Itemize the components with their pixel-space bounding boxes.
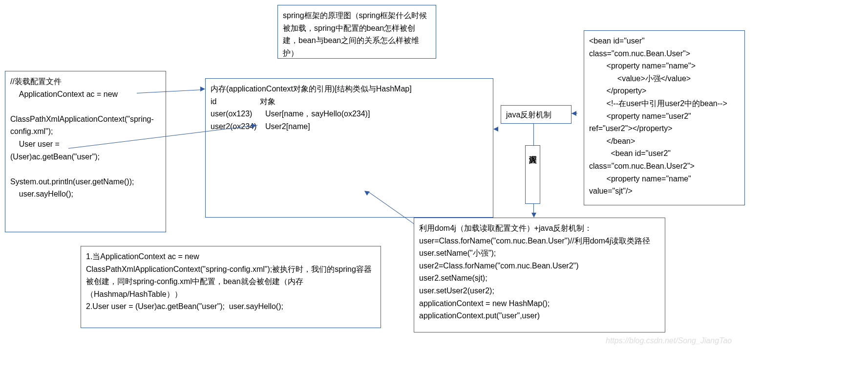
title-box: spring框架的原理图（spring框架什么时候被加载，spring中配置的b… <box>277 5 436 59</box>
arrow-xml-to-reflect-head <box>572 111 576 116</box>
left-code-box: //装载配置文件 ApplicationContext ac = new Cla… <box>5 71 166 232</box>
vertical-label-box: 深入理解 <box>525 145 540 204</box>
arrow-reflect-to-memory-head <box>493 127 498 132</box>
dom4j-box: 利用dom4j（加载读取配置文件）+java反射机制： user=Class.f… <box>414 218 665 332</box>
arrow-code-to-memory-1-head <box>200 87 205 91</box>
arrow-code-to-memory-2-head <box>252 123 256 128</box>
arrow-vertical-to-dom4j-head <box>531 213 536 218</box>
watermark-text: https://blog.csdn.net/Song_JiangTao <box>606 336 732 345</box>
line-reflect-to-vertical <box>533 124 534 145</box>
memory-box: 内存(applicationContext对象的引用)[结构类似与HashMap… <box>205 78 493 218</box>
reflect-label-box: java反射机制 <box>501 105 572 124</box>
explain-box: 1.当ApplicationContext ac = new ClassPath… <box>81 246 381 328</box>
xml-box: <bean id="user" class="com.nuc.Bean.User… <box>584 30 745 205</box>
